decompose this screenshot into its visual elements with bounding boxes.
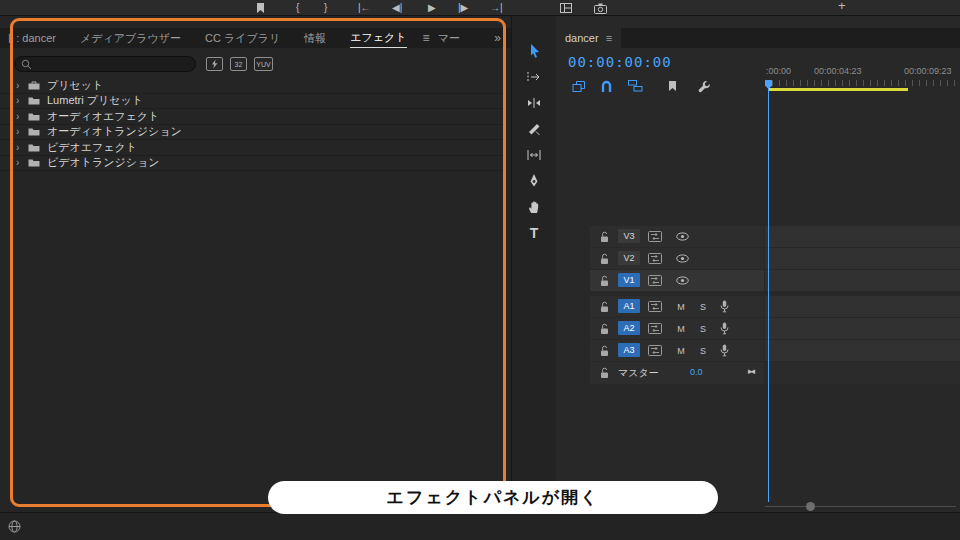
accelerated-effects-badge-icon[interactable] bbox=[206, 57, 223, 71]
chevron-right-icon[interactable]: › bbox=[16, 142, 27, 153]
master-gain-value[interactable]: 0.0 bbox=[690, 367, 703, 377]
pen-tool-icon[interactable] bbox=[522, 172, 546, 189]
tree-item-video-transitions[interactable]: › ビデオトランジション bbox=[0, 156, 503, 172]
playhead-line[interactable] bbox=[768, 82, 769, 502]
voiceover-mic-icon[interactable] bbox=[720, 322, 729, 335]
solo-track-button[interactable]: S bbox=[696, 300, 710, 313]
sync-lock-icon[interactable] bbox=[648, 231, 662, 242]
toggle-track-output-eye-icon[interactable] bbox=[676, 232, 689, 241]
panel-menu-icon[interactable]: ≡ bbox=[606, 32, 612, 44]
slip-tool-icon[interactable] bbox=[522, 146, 546, 163]
track-content-v3[interactable] bbox=[765, 226, 960, 247]
solo-track-button[interactable]: S bbox=[696, 322, 710, 335]
play-icon[interactable]: ▶ bbox=[428, 2, 436, 14]
tab-overflow-icon[interactable]: » bbox=[494, 31, 501, 45]
voiceover-mic-icon[interactable] bbox=[720, 300, 729, 313]
lock-icon[interactable] bbox=[600, 253, 609, 265]
chevron-right-icon[interactable]: › bbox=[16, 80, 27, 91]
mute-track-button[interactable]: M bbox=[674, 344, 688, 357]
export-frame-camera-icon[interactable] bbox=[594, 3, 607, 14]
mark-out-icon[interactable]: } bbox=[324, 2, 327, 14]
tree-item-presets[interactable]: › プリセット bbox=[0, 78, 503, 94]
tab-markers[interactable]: マー bbox=[438, 28, 460, 48]
track-content-v2[interactable] bbox=[765, 248, 960, 269]
lock-icon[interactable] bbox=[600, 367, 609, 379]
track-header-a1: A1 M S bbox=[590, 296, 764, 317]
type-tool-icon[interactable]: T bbox=[522, 224, 546, 241]
effects-search-input[interactable] bbox=[36, 59, 186, 70]
effects-search-box[interactable] bbox=[14, 56, 196, 72]
sync-lock-icon[interactable] bbox=[648, 345, 662, 356]
razor-tool-icon[interactable] bbox=[522, 120, 546, 137]
tab-effects[interactable]: エフェクト bbox=[350, 28, 406, 48]
time-ruler[interactable] bbox=[765, 80, 960, 86]
lock-icon[interactable] bbox=[600, 301, 609, 313]
mute-track-button[interactable]: M bbox=[674, 300, 688, 313]
nest-sequence-icon[interactable] bbox=[572, 80, 586, 93]
tree-item-video-effects[interactable]: › ビデオエフェクト bbox=[0, 140, 503, 156]
lock-icon[interactable] bbox=[600, 345, 609, 357]
track-content-v1[interactable]: dancer.mov bbox=[765, 270, 960, 291]
add-button-icon[interactable]: + bbox=[838, 0, 846, 12]
lock-icon[interactable] bbox=[600, 275, 609, 287]
sync-lock-icon[interactable] bbox=[648, 275, 662, 286]
linked-selection-icon[interactable] bbox=[628, 80, 643, 92]
effects-panel: ト: dancer メディアブラウザー CC ライブラリ 情報 エフェクト ≡ … bbox=[0, 16, 512, 512]
step-forward-icon[interactable]: |▶ bbox=[458, 2, 468, 14]
ripple-edit-tool-icon[interactable] bbox=[522, 94, 546, 111]
track-content-a1[interactable] bbox=[765, 296, 960, 317]
track-name-a2[interactable]: A2 bbox=[618, 321, 640, 335]
track-name-a3[interactable]: A3 bbox=[618, 343, 640, 357]
track-name-v2[interactable]: V2 bbox=[618, 251, 640, 265]
tab-info[interactable]: 情報 bbox=[304, 28, 326, 48]
mark-in-icon[interactable]: { bbox=[296, 2, 299, 14]
32bit-color-badge-icon[interactable]: 32 bbox=[230, 57, 247, 71]
track-content-a3[interactable] bbox=[765, 340, 960, 361]
yuv-badge-icon[interactable]: YUV bbox=[254, 57, 273, 71]
track-select-forward-tool-icon[interactable] bbox=[522, 68, 546, 85]
timeline-scrollbar-track[interactable] bbox=[765, 506, 956, 507]
tab-sequence-dancer[interactable]: dancer ≡ bbox=[556, 28, 621, 48]
snap-icon[interactable] bbox=[600, 80, 613, 93]
tab-media-browser[interactable]: メディアブラウザー bbox=[80, 28, 181, 48]
mute-track-button[interactable]: M bbox=[674, 322, 688, 335]
solo-track-button[interactable]: S bbox=[696, 344, 710, 357]
tree-item-audio-effects[interactable]: › オーディオエフェクト bbox=[0, 109, 503, 125]
go-to-in-icon[interactable]: |← bbox=[358, 2, 371, 14]
chevron-right-icon[interactable]: › bbox=[16, 126, 27, 137]
tree-item-audio-transitions[interactable]: › オーディオトランジション bbox=[0, 125, 503, 141]
timeline-settings-wrench-icon[interactable] bbox=[698, 80, 711, 93]
lock-icon[interactable] bbox=[600, 231, 609, 243]
selection-tool-icon[interactable] bbox=[522, 42, 546, 59]
current-timecode[interactable]: 00:00:00:00 bbox=[568, 54, 672, 70]
chevron-right-icon[interactable]: › bbox=[16, 95, 27, 106]
sync-lock-icon[interactable] bbox=[648, 253, 662, 264]
track-content-a2[interactable] bbox=[765, 318, 960, 339]
workspace-grid-icon[interactable] bbox=[560, 3, 572, 13]
track-content-master[interactable] bbox=[765, 362, 960, 384]
track-name-a1[interactable]: A1 bbox=[618, 299, 640, 313]
chevron-right-icon[interactable]: › bbox=[16, 111, 27, 122]
go-to-out-icon[interactable]: →| bbox=[490, 2, 503, 14]
chevron-right-icon[interactable]: › bbox=[16, 157, 27, 168]
sync-lock-icon[interactable] bbox=[648, 323, 662, 334]
sync-lock-icon[interactable] bbox=[648, 301, 662, 312]
hand-tool-icon[interactable] bbox=[522, 198, 546, 215]
tab-cc-libraries[interactable]: CC ライブラリ bbox=[205, 28, 280, 48]
work-area-bar[interactable] bbox=[768, 88, 908, 91]
tab-project[interactable]: ト: dancer bbox=[5, 28, 56, 48]
panel-menu-icon[interactable]: ≡ bbox=[423, 31, 430, 45]
add-marker-icon[interactable] bbox=[256, 2, 265, 14]
globe-sync-icon[interactable] bbox=[8, 520, 21, 533]
step-back-icon[interactable]: ◀| bbox=[392, 2, 402, 14]
timeline-scrollbar-handle[interactable] bbox=[806, 502, 815, 511]
lock-icon[interactable] bbox=[600, 323, 609, 335]
track-name-v3[interactable]: V3 bbox=[618, 229, 640, 243]
voiceover-mic-icon[interactable] bbox=[720, 344, 729, 357]
toggle-track-output-eye-icon[interactable] bbox=[676, 276, 689, 285]
track-name-v1[interactable]: V1 bbox=[618, 273, 640, 287]
toggle-track-output-eye-icon[interactable] bbox=[676, 254, 689, 263]
keyframe-nav-icon[interactable]: ▸◂ bbox=[748, 366, 753, 376]
tree-item-lumetri-presets[interactable]: › Lumetri プリセット bbox=[0, 94, 503, 110]
add-marker-icon[interactable] bbox=[668, 80, 677, 92]
